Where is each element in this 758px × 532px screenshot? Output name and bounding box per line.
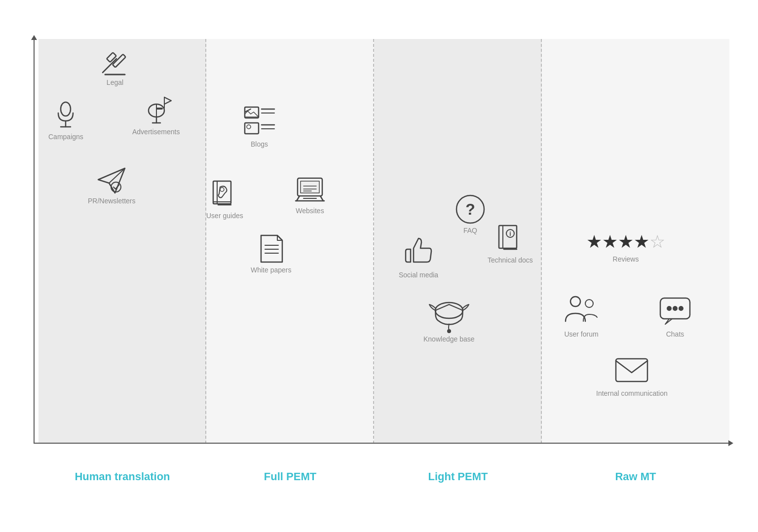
svg-line-49 — [449, 304, 463, 310]
svg-rect-23 — [213, 181, 231, 204]
x-label-light-pemt: Light PEMT — [374, 470, 542, 483]
faq-label: FAQ — [463, 227, 477, 234]
item-reviews: ★★★★☆ Reviews — [586, 231, 665, 263]
user-forum-label: User forum — [564, 330, 598, 338]
reviews-label: Reviews — [613, 255, 639, 263]
item-legal: Legal — [98, 44, 132, 86]
blogs-label: Blogs — [251, 140, 268, 148]
technical-docs-label: Technical docs — [488, 256, 533, 264]
advertisements-label: Advertisements — [132, 128, 180, 136]
user-guides-icon — [207, 177, 242, 212]
svg-point-4 — [61, 102, 71, 116]
x-label-human: Human translation — [38, 470, 206, 483]
svg-text:?: ? — [465, 200, 475, 218]
internal-communication-icon — [612, 350, 651, 389]
white-papers-icon — [254, 231, 288, 266]
item-user-guides: User guides — [206, 177, 243, 220]
internal-communication-label: Internal communication — [596, 389, 668, 397]
item-internal-communication: Internal communication — [596, 350, 668, 397]
svg-line-48 — [435, 304, 449, 310]
y-axis — [34, 39, 35, 444]
item-blogs: Blogs — [241, 103, 278, 148]
websites-icon — [293, 172, 327, 207]
svg-point-52 — [585, 300, 593, 307]
faq-icon: ? — [453, 192, 488, 227]
svg-rect-19 — [245, 123, 259, 134]
pr-newsletters-icon — [94, 162, 129, 197]
white-papers-label: White papers — [251, 266, 291, 274]
social-media-label: Social media — [399, 271, 438, 279]
pr-newsletters-label: PR/Newsletters — [88, 197, 135, 205]
svg-point-26 — [220, 188, 224, 191]
svg-point-56 — [679, 306, 683, 310]
svg-point-54 — [667, 306, 671, 310]
svg-point-55 — [673, 306, 677, 310]
user-forum-icon — [562, 291, 601, 330]
svg-line-31 — [320, 196, 323, 201]
svg-line-2 — [103, 59, 116, 73]
x-label-full-pemt: Full PEMT — [206, 470, 374, 483]
item-campaigns: Campaigns — [48, 98, 83, 141]
svg-rect-57 — [616, 359, 647, 381]
svg-line-16 — [245, 109, 251, 112]
svg-rect-15 — [245, 107, 259, 118]
svg-rect-9 — [156, 108, 162, 109]
item-chats: Chats — [655, 291, 695, 338]
user-guides-label: User guides — [206, 212, 243, 220]
technical-docs-icon: i — [493, 222, 528, 256]
item-knowledge-base: Knowledge base — [423, 296, 475, 343]
advertisements-icon — [139, 93, 173, 128]
item-websites: Websites — [293, 172, 327, 215]
chats-icon — [655, 291, 695, 330]
campaigns-label: Campaigns — [48, 133, 83, 141]
item-advertisements: Advertisements — [132, 93, 180, 136]
svg-point-51 — [570, 297, 580, 306]
item-pr-newsletters: PR/Newsletters — [88, 162, 135, 205]
item-user-forum: User forum — [562, 291, 601, 338]
legal-icon — [98, 44, 132, 78]
x-labels: Human translation Full PEMT Light PEMT R… — [38, 470, 729, 483]
campaigns-icon — [48, 98, 83, 133]
websites-label: Websites — [296, 207, 324, 215]
item-white-papers: White papers — [251, 231, 291, 274]
svg-line-30 — [297, 196, 300, 201]
legal-label: Legal — [107, 78, 123, 86]
x-axis — [34, 443, 729, 444]
chart-container: Quality Human translation Full PEMT Ligh… — [19, 24, 739, 508]
item-faq: ? FAQ — [453, 192, 488, 234]
knowledge-base-label: Knowledge base — [423, 335, 475, 343]
item-social-media: Social media — [399, 231, 438, 279]
x-label-raw-mt: Raw MT — [542, 470, 729, 483]
chats-label: Chats — [666, 330, 684, 338]
svg-text:i: i — [509, 230, 511, 237]
item-technical-docs: i Technical docs — [488, 222, 533, 264]
svg-point-50 — [448, 330, 451, 333]
reviews-stars-icon: ★★★★☆ — [586, 231, 665, 252]
svg-point-20 — [247, 125, 251, 129]
social-media-icon — [399, 231, 438, 271]
blogs-icon — [241, 103, 278, 140]
knowledge-base-icon — [427, 296, 471, 335]
